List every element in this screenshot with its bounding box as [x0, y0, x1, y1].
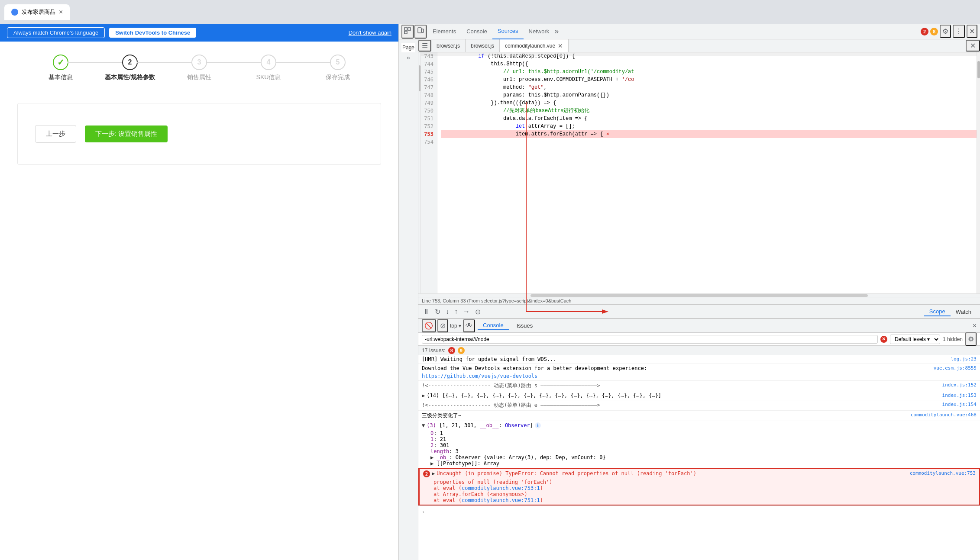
console-msg-link[interactable]: commoditylaunch.vue:468	[911, 412, 977, 418]
console-msg-text: !<-------------------- 动态(菜单)路由 s ——————…	[422, 382, 941, 389]
page-nav-more-icon[interactable]: »	[407, 54, 410, 61]
console-chevron-icon: ›	[422, 509, 425, 515]
console-top-icons: 🚫 ⊘ top ▾ 👁	[422, 319, 475, 332]
step-item-2: 2 基本属性/规格参数	[95, 55, 165, 81]
code-editor[interactable]: 743 744 745 746 747 748 749 750 751 752	[418, 52, 980, 293]
console-filter-bar: ✕ Default levels ▾ 1 hidden ⚙	[418, 333, 980, 346]
info-badge[interactable]: ℹ	[535, 422, 541, 428]
step-icon[interactable]: →	[462, 307, 471, 316]
console-tab-console[interactable]: Console	[478, 321, 509, 330]
error-stack-line-4: at eval (commoditylaunch.vue:751:1)	[433, 497, 553, 503]
sources-left-sidebar: Page »	[399, 39, 418, 560]
tab-close-button[interactable]: ×	[59, 8, 63, 16]
context-selector[interactable]: top ▾	[450, 323, 461, 329]
console-msg-observer: ▼ (3) [1, 21, 301, __ob__: Observer] ℹ 0…	[418, 421, 980, 468]
devtools-container: Elements Console Sources Network » 2 8 ⚙…	[399, 24, 980, 560]
toggle-sidebar-icon[interactable]: ☰	[418, 40, 431, 51]
more-options-icon[interactable]: ⋮	[953, 25, 965, 38]
step-item-5: 5 保存完成	[303, 55, 372, 81]
source-file-tab-commodity-vue[interactable]: commoditylaunch.vue ✕	[500, 39, 569, 52]
step-circle-5: 5	[330, 55, 346, 70]
tab-title: 发布家居商品	[22, 8, 55, 16]
console-input-row: ›	[418, 505, 980, 518]
console-clear-icon[interactable]: 🚫	[422, 319, 436, 332]
step-number-4: 4	[267, 58, 271, 66]
step-circle-3: 3	[191, 55, 207, 70]
log-level-select[interactable]: Default levels ▾	[890, 335, 940, 344]
next-step-button[interactable]: 下一步: 设置销售属性	[85, 126, 168, 142]
inspect-icon[interactable]	[401, 25, 414, 39]
dont-show-again-button[interactable]: Don't show again	[349, 29, 391, 36]
step-circle-1: ✓	[53, 55, 68, 70]
step-item-1: ✓ 基本信息	[26, 55, 95, 81]
device-toolbar-icon[interactable]	[414, 25, 427, 39]
step-into-icon[interactable]: ↓	[445, 307, 450, 316]
page-nav-tab-page[interactable]: Page	[401, 43, 415, 52]
expand-arrow-icon[interactable]: ▶	[422, 393, 425, 399]
prev-step-button[interactable]: 上一步	[35, 125, 76, 143]
console-filter-input[interactable]	[422, 335, 878, 344]
console-right-settings-icon[interactable]: ⚙	[965, 332, 977, 346]
source-file-tab-browser-js-2[interactable]: browser.js	[466, 39, 500, 52]
error-stack: properties of null (reading 'forEach') a…	[423, 479, 553, 503]
line-number: 751	[423, 115, 433, 122]
console-msg-link[interactable]: index.js:153	[942, 393, 977, 398]
console-msg-text: [HMR] Waiting for update signal from WDS…	[422, 356, 949, 362]
tab-network[interactable]: Network	[524, 24, 555, 39]
pause-resume-icon[interactable]: ⏸	[422, 307, 430, 316]
browser-tab[interactable]: 发布家居商品 ×	[4, 4, 70, 20]
switch-devtools-button[interactable]: Switch DevTools to Chinese	[109, 28, 196, 38]
console-close-button[interactable]: ×	[973, 322, 977, 330]
scope-tab[interactable]: Scope	[924, 307, 951, 316]
step-out-icon[interactable]: ↑	[453, 307, 459, 316]
console-msg-error: 2 ▶ Uncaught (in promise) TypeError: Can…	[418, 468, 980, 505]
console-tab-issues[interactable]: Issues	[511, 322, 538, 330]
svg-rect-3	[418, 28, 421, 33]
error-file-link[interactable]: commoditylaunch.vue:753	[910, 470, 976, 476]
step-circle-4: 4	[261, 55, 276, 70]
line-number: 749	[423, 99, 433, 107]
code-content[interactable]: if (!this.dataResp.steped[0]) { this.$ht…	[437, 52, 980, 293]
step-number-2: 2	[128, 58, 132, 66]
error-msg-text: Uncaught (in promise) TypeError: Cannot …	[437, 470, 908, 476]
tab-favicon	[11, 9, 18, 16]
console-msg-text: 三级分类变化了~	[422, 412, 909, 419]
line-number: 745	[423, 68, 433, 76]
match-language-button[interactable]: Always match Chrome's language	[7, 27, 105, 38]
console-msg-link[interactable]: log.js:23	[951, 356, 977, 362]
console-msg-link[interactable]: index.js:152	[942, 382, 977, 388]
code-line-752: let attrArray = [];	[441, 122, 977, 130]
vue-devtools-link[interactable]: https://github.com/vuejs/vue-devtools	[422, 373, 537, 379]
deactivate-breakpoints-icon[interactable]: ⊙	[474, 307, 482, 317]
watch-tab[interactable]: Watch	[951, 308, 977, 316]
step-label-5: 保存完成	[326, 74, 350, 81]
observer-ob: ▶ _ob_: Observer {value: Array(3), dep: …	[430, 454, 606, 460]
source-file-tab-browser-js-1[interactable]: browser.js	[431, 39, 466, 52]
console-msg-link[interactable]: vue.esm.js:8555	[934, 365, 977, 371]
hidden-count: 1 hidden	[943, 336, 963, 342]
file-close-icon[interactable]: ✕	[558, 42, 563, 49]
sources-code-area: ☰ browser.js browser.js commoditylaunch.…	[418, 39, 980, 560]
console-settings-icon[interactable]: 👁	[463, 319, 475, 332]
tab-sources[interactable]: Sources	[492, 24, 524, 39]
expand-arrow-icon[interactable]: ▶	[432, 470, 435, 476]
error-stack-line-3: at Array.forEach (<anonymous>)	[433, 491, 553, 497]
tab-elements[interactable]: Elements	[427, 24, 461, 39]
close-all-tabs-icon[interactable]: ✕	[966, 40, 980, 51]
expand-arrow-icon[interactable]: ▼	[422, 422, 425, 428]
console-filter-toggle-icon[interactable]: ⊘	[437, 319, 448, 332]
console-msg-hmr: [HMR] Waiting for update signal from WDS…	[418, 355, 980, 364]
more-tabs-icon[interactable]: »	[554, 27, 559, 36]
console-msg-vue-devtools: Download the Vue Devtools extension for …	[418, 364, 980, 381]
step-label-2: 基本属性/规格参数	[105, 74, 155, 81]
step-over-icon[interactable]: ↻	[434, 307, 441, 317]
source-file-name: browser.js	[471, 43, 494, 49]
close-devtools-icon[interactable]: ✕	[967, 25, 977, 38]
step-label-4: SKU信息	[256, 74, 281, 81]
svg-rect-2	[404, 31, 407, 34]
settings-icon[interactable]: ⚙	[940, 25, 951, 38]
tab-console[interactable]: Console	[461, 24, 492, 39]
step-number-5: 5	[336, 58, 340, 66]
console-msg-link[interactable]: index.js:154	[942, 402, 977, 407]
console-input[interactable]	[427, 509, 977, 515]
